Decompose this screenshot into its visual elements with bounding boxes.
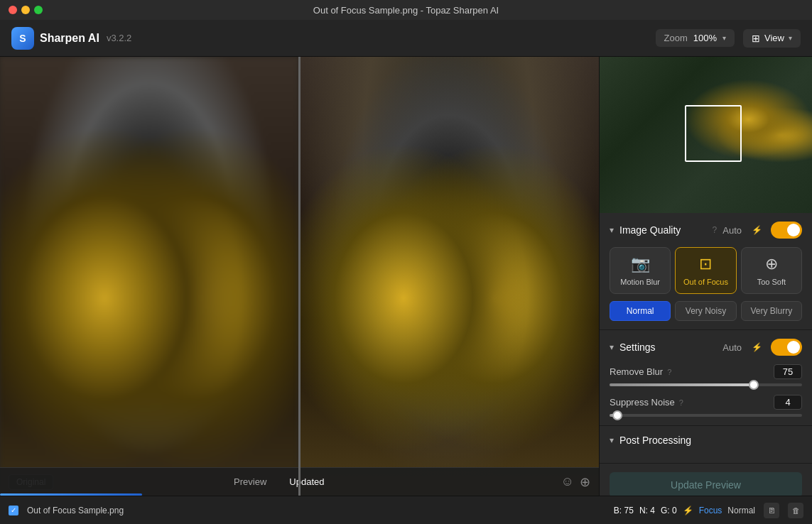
- toolbar: S Sharpen AI v3.2.2 Zoom 100% ▾ ⊞ View ▾: [0, 20, 812, 57]
- settings-toggle-track: [771, 339, 802, 356]
- zoom-label: Zoom: [664, 33, 688, 43]
- settings-toggle[interactable]: [771, 339, 802, 356]
- preview-image: [298, 57, 599, 496]
- noise-level-buttons: Normal Very Noisy Very Blurry: [610, 301, 802, 321]
- remove-blur-fill: [610, 383, 754, 386]
- motion-blur-label: Motion Blur: [620, 278, 660, 286]
- quality-mode-grid: 📷 Motion Blur ⊡ Out of Focus ⊕ Too Soft: [610, 247, 802, 294]
- status-filename: Out of Focus Sample.png: [27, 506, 124, 515]
- image-quality-header: ▾ Image Quality ? Auto ⚡: [610, 222, 802, 239]
- remove-blur-thumb[interactable]: [749, 380, 759, 390]
- settings-bolt-icon: ⚡: [752, 342, 762, 352]
- traffic-lights: [9, 6, 43, 14]
- post-processing-header: ▾ Post Processing: [610, 435, 802, 446]
- zoom-control[interactable]: Zoom 100% ▾: [656, 29, 735, 47]
- toolbar-controls: Zoom 100% ▾ ⊞ View ▾: [656, 29, 801, 48]
- noise-btn-very-blurry[interactable]: Very Blurry: [741, 301, 802, 321]
- minimize-button[interactable]: [21, 6, 30, 14]
- status-noise-label: N: 4: [639, 506, 655, 515]
- brand-name: Sharpen AI: [40, 32, 99, 45]
- preview-tab[interactable]: Preview: [222, 474, 278, 490]
- settings-chevron-icon[interactable]: ▾: [610, 342, 614, 352]
- image-quality-section: ▾ Image Quality ? Auto ⚡ 📷 Motion Blur ⊡: [600, 213, 812, 330]
- close-button[interactable]: [9, 6, 17, 14]
- view-button[interactable]: ⊞ View ▾: [743, 29, 801, 48]
- view-icon: ⊞: [752, 33, 760, 44]
- too-soft-label: Too Soft: [757, 278, 786, 286]
- updated-tab[interactable]: Updated: [278, 474, 335, 490]
- suppress-noise-help-icon[interactable]: ?: [679, 398, 683, 407]
- remove-blur-row: Remove Blur ? 75: [610, 364, 802, 386]
- image-quality-toggle-track: [771, 222, 802, 239]
- status-focus-label: Focus: [699, 506, 722, 515]
- remove-blur-help-icon[interactable]: ?: [667, 368, 671, 376]
- settings-auto-label: Auto: [722, 342, 742, 353]
- image-quality-help-icon[interactable]: ?: [713, 225, 718, 235]
- suppress-noise-value[interactable]: 4: [774, 395, 802, 410]
- image-original: Original: [0, 57, 298, 496]
- status-delete-button[interactable]: 🗑: [788, 503, 803, 518]
- original-image: [0, 57, 298, 496]
- zoom-value: 100%: [693, 33, 717, 43]
- remove-blur-value[interactable]: 75: [774, 364, 802, 379]
- out-of-focus-icon: ⊡: [699, 255, 712, 273]
- remove-blur-slider[interactable]: [610, 383, 802, 386]
- suppress-noise-thumb[interactable]: [612, 410, 622, 420]
- post-processing-chevron-icon[interactable]: ▾: [610, 435, 614, 445]
- view-chevron-icon: ▾: [789, 34, 792, 42]
- image-quality-bolt-icon: ⚡: [752, 225, 762, 235]
- noise-btn-normal[interactable]: Normal: [610, 301, 671, 321]
- titlebar: Out of Focus Sample.png - Topaz Sharpen …: [0, 0, 812, 20]
- thumbnail-box[interactable]: [685, 105, 742, 162]
- settings-header: ▾ Settings Auto ⚡: [610, 339, 802, 356]
- image-split: Original: [0, 57, 599, 496]
- quality-btn-out-of-focus[interactable]: ⊡ Out of Focus: [675, 247, 736, 294]
- remove-blur-label: Remove Blur: [610, 366, 663, 377]
- thumbnail-area: [600, 57, 812, 213]
- status-blur-label: B: 75: [614, 506, 634, 515]
- suppress-noise-label-row: Suppress Noise ? 4: [610, 395, 802, 410]
- brand: S Sharpen AI v3.2.2: [11, 27, 131, 50]
- settings-title: Settings: [619, 342, 717, 353]
- status-bar: ✓ Out of Focus Sample.png B: 75 N: 4 G: …: [0, 496, 812, 524]
- update-preview-button[interactable]: Update Preview: [610, 472, 802, 496]
- window-title: Out of Focus Sample.png - Topaz Sharpen …: [313, 5, 499, 16]
- image-quality-toggle-thumb: [787, 224, 800, 236]
- progress-bar: [0, 493, 142, 496]
- zoom-chevron-icon: ▾: [722, 34, 726, 42]
- image-quality-title: Image Quality: [619, 224, 707, 236]
- image-area: Original Preview Updated ☺ ⊕: [0, 57, 599, 496]
- suppress-noise-label: Suppress Noise: [610, 397, 675, 408]
- file-checkbox[interactable]: ✓: [9, 506, 18, 515]
- status-grain-label: G: 0: [661, 506, 677, 515]
- post-processing-title: Post Processing: [619, 435, 802, 446]
- motion-blur-icon: 📷: [631, 255, 650, 273]
- fullscreen-button[interactable]: [34, 6, 43, 14]
- brand-version: v3.2.2: [107, 33, 131, 43]
- preview-icons: ☺ ⊕: [561, 474, 590, 490]
- brand-logo: S: [11, 27, 34, 50]
- image-quality-chevron-icon[interactable]: ▾: [610, 225, 614, 235]
- suppress-noise-row: Suppress Noise ? 4: [610, 395, 802, 417]
- settings-section: ▾ Settings Auto ⚡ Remove Blur ? 75: [600, 330, 812, 426]
- suppress-noise-slider[interactable]: [610, 414, 802, 417]
- status-bolt-icon: ⚡: [683, 506, 693, 515]
- post-processing-section: ▾ Post Processing: [600, 426, 812, 464]
- settings-toggle-thumb: [787, 341, 800, 354]
- split-divider[interactable]: [298, 57, 301, 496]
- status-mode-label: Normal: [727, 506, 755, 515]
- quality-btn-too-soft[interactable]: ⊕ Too Soft: [741, 247, 802, 294]
- compare-icon[interactable]: ⊕: [580, 474, 590, 490]
- status-file-icon-button[interactable]: 🖹: [764, 503, 779, 518]
- too-soft-icon: ⊕: [765, 255, 778, 273]
- quality-btn-motion-blur[interactable]: 📷 Motion Blur: [610, 247, 671, 294]
- status-info: B: 75 N: 4 G: 0 ⚡ Focus Normal: [614, 506, 755, 515]
- image-quality-toggle[interactable]: [771, 222, 802, 239]
- image-preview: [298, 57, 599, 496]
- smiley-icon[interactable]: ☺: [561, 474, 574, 490]
- main-content: Original Preview Updated ☺ ⊕: [0, 57, 812, 496]
- noise-btn-very-noisy[interactable]: Very Noisy: [675, 301, 736, 321]
- view-label: View: [764, 33, 784, 43]
- image-quality-auto-label: Auto: [722, 225, 742, 236]
- out-of-focus-label: Out of Focus: [683, 278, 728, 286]
